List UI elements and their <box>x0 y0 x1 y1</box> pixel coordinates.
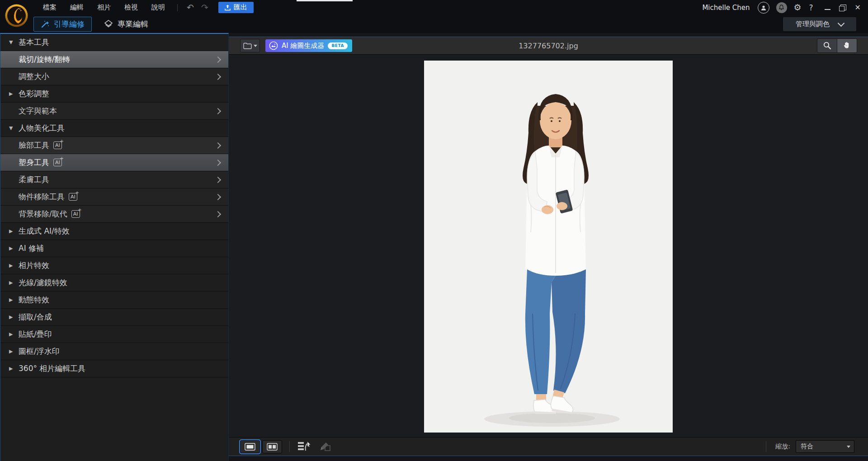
sidebar-item-label: 色彩調整 <box>19 89 49 99</box>
menu-photo[interactable]: 相片 <box>90 3 118 12</box>
sidebar-item-label: 物件移除工具 <box>19 192 65 202</box>
sidebar-item-label: 圖框/浮水印 <box>19 346 60 357</box>
ai-image-generator-button[interactable]: AI 繪圖生成器 BETA <box>265 39 352 52</box>
sidebar-item-crop-rotate-flip[interactable]: 裁切/旋轉/翻轉 <box>0 51 228 68</box>
sidebar-item-label: 塑身工具 <box>19 157 49 168</box>
help-icon[interactable]: ? <box>808 3 814 12</box>
sidebar-item-label: 臉部工具 <box>19 140 49 151</box>
redo-icon[interactable]: ↷ <box>198 3 212 12</box>
sidebar-item-light-filter-effects[interactable]: ▶光線/濾鏡特效 <box>0 274 228 292</box>
sidebar-item-label: 文字與範本 <box>19 106 57 116</box>
triangle-right-icon: ▶ <box>9 297 15 303</box>
cyberlink-logo <box>5 4 28 28</box>
edit-adjustments-button[interactable] <box>319 441 332 452</box>
minimize-icon[interactable] <box>825 9 830 10</box>
restore-icon[interactable] <box>840 5 846 10</box>
divider <box>766 441 766 452</box>
account-icon[interactable] <box>758 2 769 14</box>
triangle-right-icon: ▶ <box>9 348 15 354</box>
undo-icon[interactable]: ↶ <box>183 3 198 12</box>
sidebar-item-frame-watermark[interactable]: ▶圖框/浮水印 <box>0 343 228 360</box>
sidebar-item-label: 生成式 AI/特效 <box>19 226 70 236</box>
sidebar-item-label: 背景移除/取代 <box>19 209 67 219</box>
compare-view-button[interactable] <box>262 440 282 453</box>
divider <box>177 4 178 11</box>
settings-list-cursor-icon <box>297 441 312 452</box>
sidebar-item-skin-smooth[interactable]: 柔膚工具 <box>0 171 228 188</box>
pen-square-icon <box>319 441 332 452</box>
sidebar-item-ai-repair[interactable]: ▶AI 修補 <box>0 240 228 257</box>
triangle-right-icon: ▶ <box>9 91 15 97</box>
chevron-right-icon <box>215 108 221 114</box>
zoom-tool-button[interactable] <box>817 39 837 52</box>
export-button[interactable]: 匯出 <box>218 2 254 13</box>
single-view-button[interactable] <box>240 440 260 453</box>
sidebar-item-color-adjust[interactable]: ▶色彩調整 <box>0 85 228 103</box>
triangle-right-icon: ▶ <box>9 280 15 286</box>
layers-icon <box>104 19 113 29</box>
ai-feature-badge-icon: AI <box>53 159 62 166</box>
sidebar-item-label: 調整大小 <box>19 71 49 82</box>
titlebar-right: Michelle Chen ⚙ ? ✕ <box>702 2 861 14</box>
chevron-right-icon <box>215 142 221 148</box>
titlebar: 檔案 編輯 相片 檢視 說明 ↶ ↷ 匯出 Michelle Chen ⚙ <box>0 0 868 15</box>
mode-tab-row: 引導編修 專業編輯 管理與調色 <box>0 15 868 33</box>
menu-view[interactable]: 檢視 <box>118 3 145 12</box>
photodirector-window: 檔案 編輯 相片 檢視 說明 ↶ ↷ 匯出 Michelle Chen ⚙ <box>0 0 868 461</box>
sidebar-item-face-tools[interactable]: 臉部工具AI <box>0 137 228 154</box>
window-controls: ✕ <box>825 3 861 12</box>
settings-gear-icon[interactable]: ⚙ <box>794 3 802 12</box>
chevron-right-icon <box>215 159 221 165</box>
zoom-level-value: 符合 <box>801 442 813 451</box>
canvas-panel: AI 繪圖生成器 BETA 1327765702.jpg <box>229 33 868 461</box>
sidebar-item-label: 貼紙/疊印 <box>19 329 52 339</box>
close-icon[interactable]: ✕ <box>855 3 861 12</box>
zoom-controls: 縮放: 符合 <box>759 440 854 453</box>
sidebar-item-label: 人物美化工具 <box>19 123 65 133</box>
filename-label: 1327765702.jpg <box>519 42 578 50</box>
menu-help[interactable]: 說明 <box>145 3 172 12</box>
dropdown-triangle-icon <box>254 45 257 47</box>
hand-icon <box>843 41 851 50</box>
ai-generator-label: AI 繪圖生成器 <box>282 42 324 50</box>
zoom-level-dropdown[interactable]: 符合 <box>796 440 854 453</box>
sidebar-item-text-templates[interactable]: 文字與範本 <box>0 103 228 120</box>
sidebar-item-background-removal[interactable]: 背景移除/取代AI <box>0 206 228 223</box>
sidebar-item-object-removal[interactable]: 物件移除工具AI <box>0 188 228 206</box>
magic-wand-icon <box>41 19 50 28</box>
user-name[interactable]: Michelle Chen <box>702 4 750 12</box>
menu-edit[interactable]: 編輯 <box>63 3 90 12</box>
sidebar-item-photo-effects[interactable]: ▶相片特效 <box>0 257 228 274</box>
tab-guided-edit[interactable]: 引導編修 <box>33 17 92 32</box>
zoom-label: 縮放: <box>775 442 790 451</box>
sidebar-item-basic-tools[interactable]: ▼基本工具 <box>0 34 228 51</box>
notifications-bell-icon[interactable] <box>776 2 787 13</box>
sidebar-item-photo-360-tools[interactable]: ▶360° 相片編輯工具 <box>0 360 228 377</box>
canvas-header: AI 繪圖生成器 BETA 1327765702.jpg <box>229 37 868 54</box>
chevron-right-icon <box>215 73 221 80</box>
sidebar-item-people-beautify[interactable]: ▼人物美化工具 <box>0 120 228 137</box>
ai-feature-badge-icon: AI <box>53 141 62 149</box>
tab-professional-edit[interactable]: 專業編輯 <box>104 19 148 29</box>
triangle-right-icon: ▶ <box>9 314 15 320</box>
menu-file[interactable]: 檔案 <box>36 3 63 12</box>
sidebar-item-resize[interactable]: 調整大小 <box>0 68 228 85</box>
tab-guided-label: 引導編修 <box>54 19 85 29</box>
chevron-down-icon <box>838 19 845 27</box>
ai-image-icon <box>269 41 278 50</box>
triangle-right-icon: ▶ <box>9 331 15 337</box>
tab-professional-label: 專業編輯 <box>118 19 148 29</box>
manage-color-dropdown[interactable]: 管理與調色 <box>783 17 856 31</box>
sidebar-item-sticker-overlay[interactable]: ▶貼紙/疊印 <box>0 326 228 343</box>
apply-adjustments-button[interactable] <box>297 441 312 452</box>
triangle-down-icon: ▼ <box>9 125 15 131</box>
sidebar-item-generative-ai-effects[interactable]: ▶生成式 AI/特效 <box>0 223 228 240</box>
upload-icon <box>225 5 231 11</box>
sidebar-item-extract-compose[interactable]: ▶擷取/合成 <box>0 309 228 326</box>
dropdown-triangle-icon <box>847 446 850 448</box>
pan-tool-button[interactable] <box>837 39 857 52</box>
beta-badge: BETA <box>328 42 347 49</box>
open-folder-button[interactable] <box>240 39 260 52</box>
sidebar-item-motion-effects[interactable]: ▶動態特效 <box>0 292 228 309</box>
sidebar-item-body-shaper[interactable]: 塑身工具AI <box>0 154 228 171</box>
